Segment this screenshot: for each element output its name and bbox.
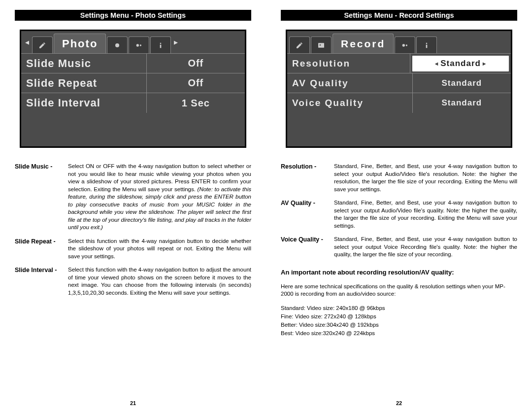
tab-photo: Photo <box>54 34 106 53</box>
note-heading: An important note about recording resolu… <box>281 269 517 276</box>
nav-right-icon: ▸ <box>172 37 180 47</box>
value-voice-quality: Standard <box>413 98 511 108</box>
row-resolution: Resolution ◂ Standard ▸ <box>287 54 511 73</box>
row-slide-repeat: Slide Repeat Off <box>21 73 245 93</box>
row-slide-music: Slide Music Off <box>21 54 245 73</box>
spec-standard: Standard: Video size: 240x180 @ 96kbps <box>281 304 517 312</box>
desc-resolution: Resolution - Standard, Fine, Better, and… <box>281 163 517 193</box>
svg-point-6 <box>320 44 321 46</box>
nav-left-icon: ◂ <box>23 37 31 47</box>
term-slide-music: Slide Music - <box>15 163 68 232</box>
chevron-right-icon: ▸ <box>483 60 486 67</box>
label-resolution: Resolution <box>287 54 410 73</box>
spec-best: Best: Video size:320x240 @ 224kbps <box>281 329 517 338</box>
label-voice-quality: Voice Quality <box>287 93 413 113</box>
tab-info-icon <box>150 36 171 53</box>
desc-voice-quality: Voice Quality - Standard, Fine, Better, … <box>281 236 517 259</box>
body-slide-repeat: Select this function with the 4-way navi… <box>68 238 251 261</box>
value-slide-repeat: Off <box>147 77 245 89</box>
tab-pencil-icon <box>289 36 310 53</box>
label-slide-music: Slide Music <box>21 54 147 73</box>
term-av-quality: AV Quality - <box>281 199 334 230</box>
tab-info-icon <box>416 36 437 53</box>
body-av-quality: Standard, Fine, Better, and Best, use yo… <box>334 199 517 230</box>
desc-slide-repeat: Slide Repeat - Select this function with… <box>15 238 251 261</box>
value-resolution: ◂ Standard ▸ <box>412 56 509 71</box>
spec-fine: Fine: Video size: 272x240 @ 128kbps <box>281 312 517 321</box>
svg-rect-5 <box>318 43 324 47</box>
svg-point-8 <box>406 44 407 46</box>
tab-gear-icon <box>129 36 149 53</box>
body-voice-quality: Standard, Fine, Better, and Best, use yo… <box>334 236 517 259</box>
term-voice-quality: Voice Quality - <box>281 236 334 259</box>
label-slide-repeat: Slide Repeat <box>21 73 147 93</box>
svg-point-0 <box>115 43 119 47</box>
tab-gear-icon <box>395 36 415 53</box>
header-photo: Settings Menu - Photo Settings <box>15 10 251 21</box>
value-slide-music: Off <box>147 58 245 69</box>
svg-point-2 <box>140 44 141 46</box>
label-av-quality: AV Quality <box>287 73 413 93</box>
tab-record: Record <box>332 34 394 53</box>
desc-slide-interval: Slide Interval - Select this function wi… <box>15 266 251 297</box>
svg-point-9 <box>426 42 428 44</box>
header-record: Settings Menu - Record Settings <box>281 10 517 21</box>
page-left: Settings Menu - Photo Settings ◂ Photo ▸… <box>15 10 251 406</box>
svg-point-7 <box>402 44 405 46</box>
svg-point-1 <box>136 44 139 46</box>
page-right: Settings Menu - Record Settings Record R… <box>281 10 517 406</box>
tabbar-record: Record <box>287 31 511 54</box>
svg-rect-4 <box>160 44 162 48</box>
chevron-left-icon: ◂ <box>435 60 438 67</box>
tab-record-icon <box>107 36 128 53</box>
body-slide-music: Select ON or OFF with the 4-way navigati… <box>68 163 251 232</box>
svg-rect-10 <box>426 44 428 48</box>
settings-rows-photo: Slide Music Off Slide Repeat Off Slide I… <box>21 54 245 113</box>
term-slide-interval: Slide Interval - <box>15 266 68 297</box>
svg-point-3 <box>160 42 162 44</box>
row-slide-interval: Slide Interval 1 Sec <box>21 93 245 113</box>
term-slide-repeat: Slide Repeat - <box>15 238 68 261</box>
page-number-right: 22 <box>281 395 517 406</box>
row-voice-quality: Voice Quality Standard <box>287 93 511 113</box>
value-av-quality: Standard <box>413 78 511 88</box>
term-resolution: Resolution - <box>281 163 334 193</box>
screen-record: Record Resolution ◂ Standard ▸ AV Qualit… <box>286 30 512 148</box>
body-slide-interval: Select this function with the 4-way navi… <box>68 266 251 297</box>
desc-slide-music: Slide Music - Select ON or OFF with the … <box>15 163 251 232</box>
label-slide-interval: Slide Interval <box>21 93 147 113</box>
note-body: Here are some technical specifications o… <box>281 283 517 298</box>
spec-list: Standard: Video size: 240x180 @ 96kbps F… <box>281 304 517 338</box>
row-av-quality: AV Quality Standard <box>287 73 511 93</box>
body-resolution: Standard, Fine, Better, and Best, use yo… <box>334 163 517 193</box>
page-number-left: 21 <box>15 395 251 406</box>
descriptions-photo: Slide Music - Select ON or OFF with the … <box>15 163 251 303</box>
spec-better: Better: Video size:304x240 @ 192kbps <box>281 321 517 329</box>
desc-av-quality: AV Quality - Standard, Fine, Better, and… <box>281 199 517 230</box>
settings-rows-record: Resolution ◂ Standard ▸ AV Quality Stand… <box>287 54 511 113</box>
screen-photo: ◂ Photo ▸ Slide Music Off Slide Repeat <box>20 30 246 148</box>
value-slide-interval: 1 Sec <box>147 98 245 109</box>
descriptions-record: Resolution - Standard, Fine, Better, and… <box>281 163 517 265</box>
tab-photo-icon <box>311 36 332 53</box>
tabbar-photo: ◂ Photo ▸ <box>21 31 245 54</box>
tab-pencil-icon <box>32 36 53 53</box>
